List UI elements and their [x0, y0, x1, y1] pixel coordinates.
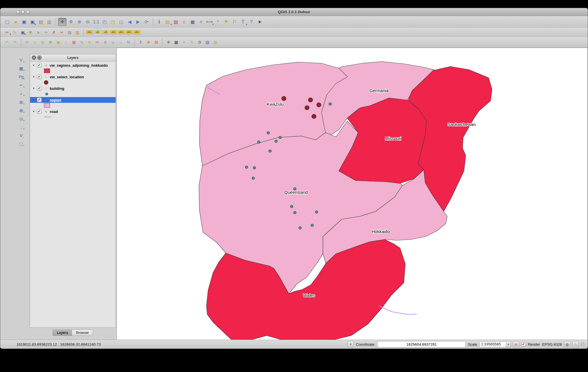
save-project-button[interactable]: ▣	[20, 18, 28, 26]
rotate-point-symbols-button[interactable]: ↻	[125, 39, 132, 46]
select-by-expression-button[interactable]: ε	[180, 18, 188, 26]
building-point[interactable]	[329, 103, 332, 105]
text-annotation-button[interactable]: T▾	[239, 18, 247, 26]
delete-part-button[interactable]: ◍	[70, 39, 77, 46]
python-console-button[interactable]: ▥	[212, 39, 219, 46]
open-attribute-table-button[interactable]: ▦	[189, 18, 197, 26]
move-label-button[interactable]: abc	[118, 29, 125, 36]
map-canvas[interactable]: GermaniaKwaZuluHokkaidoQueenslandSaskatc…	[117, 48, 587, 340]
new-vector-tool-button[interactable]: ✦	[180, 39, 188, 46]
db-new-table-button[interactable]: ✱	[145, 39, 152, 46]
field-calculator-button[interactable]: ⌗	[197, 18, 205, 26]
building-point[interactable]	[258, 141, 260, 144]
mouse-position-icon[interactable]: ⌖	[347, 341, 354, 347]
layer-row-vw_select_location[interactable]: ▼✓∴vw_select_location	[30, 74, 116, 80]
symbology-swatch[interactable]	[44, 68, 50, 73]
building-point[interactable]	[279, 136, 282, 139]
offset-curve-button[interactable]: ≋	[86, 39, 93, 46]
select-location-point[interactable]	[317, 103, 321, 107]
delete-ring-button[interactable]: ◌	[62, 39, 70, 46]
new-print-composer-button[interactable]: ▤✱	[37, 18, 45, 26]
new-project-button[interactable]: ▢	[3, 18, 11, 26]
add-ring-button[interactable]: ◎	[39, 39, 46, 46]
pan-to-selection-button[interactable]: ✜✱	[67, 18, 75, 26]
expander-triangle-icon[interactable]: ▼	[32, 75, 35, 78]
open-project-button[interactable]: ▰	[12, 18, 20, 26]
building-point[interactable]	[291, 205, 293, 208]
label-unpin-button[interactable]: ab	[102, 29, 109, 36]
building-point[interactable]	[253, 167, 256, 169]
add-wcs-layer-button[interactable]: ◍+	[18, 107, 25, 114]
building-point[interactable]	[275, 140, 278, 143]
split-features-button[interactable]: ✂	[94, 39, 101, 46]
reshape-features-button[interactable]: ∿	[78, 39, 85, 46]
zoom-out-button[interactable]: ⊖	[84, 18, 92, 26]
resize-grip[interactable]	[581, 342, 585, 346]
new-bookmark-button[interactable]: ⚑	[222, 18, 230, 26]
building-point[interactable]	[294, 211, 296, 214]
current-edits-button[interactable]: ✏▾	[3, 29, 11, 36]
tab-layers[interactable]: Layers	[53, 330, 73, 336]
rotate-label-button[interactable]: abc	[125, 29, 133, 36]
import-raster-tool-button[interactable]: ▦	[173, 39, 180, 46]
copy-features-button[interactable]: ▤	[66, 29, 73, 36]
zoom-next-button[interactable]: ▶	[134, 18, 142, 26]
zoom-native-button[interactable]: 1:1	[92, 18, 100, 26]
layer-row-building[interactable]: ▼✓∴building	[30, 85, 116, 91]
select-location-point[interactable]	[282, 96, 286, 101]
crs-status-globe-icon[interactable]: ◍	[564, 341, 570, 347]
node-tool-button[interactable]: ✑	[42, 29, 50, 36]
zoom-to-selection-button[interactable]: ◳	[109, 18, 117, 26]
building-point[interactable]	[252, 177, 255, 180]
symbology-swatch[interactable]	[44, 117, 51, 117]
layer-row-region[interactable]: ▼✓▱region	[30, 97, 116, 103]
layer-visibility-checkbox[interactable]: ✓	[37, 75, 42, 79]
messages-warning-icon[interactable]: ⚠	[572, 341, 579, 347]
building-point[interactable]	[269, 150, 271, 152]
merge-attributes-button[interactable]: ∩	[117, 39, 124, 46]
add-vector-layer-button[interactable]: V+	[18, 57, 25, 63]
change-label-button[interactable]: abc	[133, 29, 140, 36]
layer-visibility-checkbox[interactable]: ✓	[37, 109, 42, 114]
add-spatialite-layer-button[interactable]: ✒+	[18, 82, 25, 88]
save-project-as-button[interactable]: ▣✎	[29, 18, 36, 26]
map-refresh-button[interactable]: ⟳	[143, 18, 150, 26]
deselect-all-button[interactable]: ▧	[172, 18, 180, 26]
labeling-options-button[interactable]: abc	[86, 29, 93, 36]
layer-visibility-checkbox[interactable]: ✓	[37, 98, 42, 102]
add-wms-layer-button[interactable]: ◍+	[18, 98, 25, 105]
composer-manager-button[interactable]: ▥	[45, 18, 53, 26]
rotate-feature-button[interactable]: ⟳	[23, 39, 31, 46]
fill-ring-button[interactable]: ◉	[55, 39, 62, 46]
zoom-in-button[interactable]: ⊕	[75, 18, 83, 26]
select-location-point[interactable]	[308, 98, 313, 102]
add-raster-layer-button[interactable]: ▦+	[18, 65, 25, 72]
layer-visibility-checkbox[interactable]: ✓	[37, 86, 42, 91]
show-hide-labels-button[interactable]: abc	[110, 29, 117, 36]
building-point[interactable]	[315, 211, 318, 213]
expander-triangle-icon[interactable]: ▼	[32, 87, 35, 90]
tab-browser[interactable]: Browser	[72, 330, 93, 336]
label-pin-button[interactable]: ab	[94, 29, 101, 36]
db-drop-table-button[interactable]: ⊟	[153, 39, 160, 46]
scale-combo[interactable]: 1:33565585 ▼	[479, 341, 511, 347]
show-bookmarks-button[interactable]: ⚐	[231, 18, 238, 26]
move-feature-button[interactable]: ➤	[35, 29, 42, 36]
building-point[interactable]	[267, 132, 270, 134]
expander-triangle-icon[interactable]: ▼	[32, 98, 35, 101]
add-postgis-layer-button[interactable]: Pg+	[18, 73, 25, 80]
add-delimited-text-layer-button[interactable]: ,+	[18, 124, 25, 130]
grass-tools-button[interactable]: ✿	[196, 39, 203, 46]
cut-features-button[interactable]: ✂	[58, 29, 65, 36]
split-parts-button[interactable]: ⋔	[101, 39, 109, 46]
zoom-full-button[interactable]: ◰	[101, 18, 108, 26]
undo-button[interactable]: ↶	[3, 39, 11, 46]
add-part-button[interactable]: ❖	[47, 39, 54, 46]
whats-this-button[interactable]: ➤	[256, 18, 264, 26]
building-point[interactable]	[311, 224, 314, 227]
simplify-feature-button[interactable]: ◇	[31, 39, 38, 46]
zoom-to-layer-button[interactable]: ◱	[117, 18, 125, 26]
delete-selected-button[interactable]: ✗	[50, 29, 58, 36]
add-feature-button[interactable]: ❋	[27, 29, 34, 36]
paste-features-button[interactable]: ▥	[74, 29, 81, 36]
